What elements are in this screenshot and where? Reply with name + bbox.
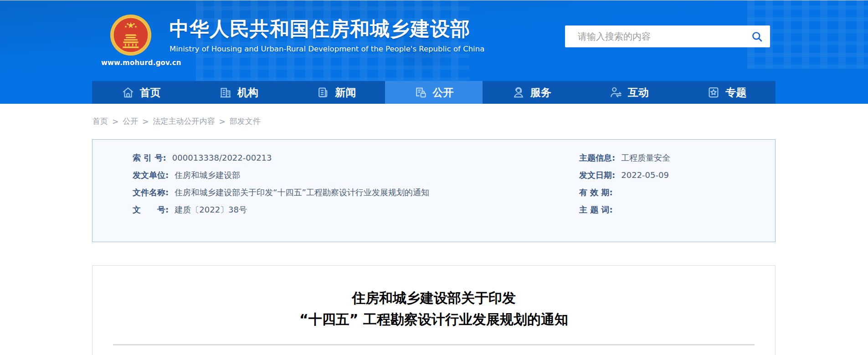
meta-label: 文 号: [133,205,169,214]
meta-label: 主题信息: [579,153,615,162]
breadcrumb-item-disclosure[interactable]: 公开 [123,116,138,127]
article-title-line1: 住房和城乡建设部关于印发 [92,287,775,309]
search-input[interactable] [565,25,744,47]
nav-item-label: 互动 [628,86,649,100]
site-logo[interactable]: www.mohurd.gov.cn [101,14,160,67]
meta-value: 000013338/2022-00213 [172,153,272,162]
site-url: www.mohurd.gov.cn [101,59,160,67]
nav-item-news[interactable]: 新闻 [288,81,385,104]
meta-label: 主 题 词: [579,205,613,214]
nav-item-interaction[interactable]: 互动 [580,81,678,104]
article-title-line2: “十四五” 工程勘察设计行业发展规划的通知 [92,309,775,330]
nav-item-home[interactable]: 首页 [92,81,190,104]
meta-column-right: 主题信息: 工程质量安全 发文日期: 2022-05-09 有 效 期: 主 题… [579,152,770,222]
breadcrumb-item-ministry-documents[interactable]: 部发文件 [230,116,261,127]
meta-value: 住房和城乡建设部关于印发“十四五”工程勘察设计行业发展规划的通知 [175,188,429,197]
nav-item-disclosure[interactable]: 公开 [385,81,483,104]
nav-item-label: 公开 [432,86,453,100]
meta-row-index-number: 索 引 号: 000013338/2022-00213 [133,152,543,170]
meta-label: 索 引 号: [133,153,166,162]
organization-icon [219,86,232,99]
site-title-cn: 中华人民共和国住房和城乡建设部 [169,17,484,41]
meta-label: 发文单位: [133,170,169,180]
search-button[interactable] [744,25,770,47]
breadcrumb-item-home[interactable]: 首页 [92,116,108,127]
nav-item-topics[interactable]: 专题 [678,81,776,104]
nav-item-organization[interactable]: 机构 [190,81,287,104]
national-emblem-icon [110,14,152,56]
title-divider [113,344,755,345]
topics-icon [707,86,720,99]
site-title-en: Ministry of Housing and Urban-Rural Deve… [169,45,484,54]
breadcrumb-item-statutory-disclosure[interactable]: 法定主动公开内容 [153,116,215,127]
nav-item-service[interactable]: 服务 [483,81,580,104]
article-title: 住房和城乡建设部关于印发 “十四五” 工程勘察设计行业发展规划的通知 [92,287,775,330]
breadcrumb: 首页 > 公开 > 法定主动公开内容 > 部发文件 [92,116,261,127]
meta-column-left: 索 引 号: 000013338/2022-00213 发文单位: 住房和城乡建… [133,152,543,222]
meta-row-validity-period: 有 效 期: [579,187,770,204]
meta-row-document-number: 文 号: 建质〔2022〕38号 [133,204,543,222]
nav-item-label: 首页 [140,86,161,100]
disclosure-icon [414,86,427,99]
meta-label: 发文日期: [579,170,615,180]
meta-label: 文件名称: [133,188,169,197]
meta-row-document-title: 文件名称: 住房和城乡建设部关于印发“十四五”工程勘察设计行业发展规划的通知 [133,187,543,204]
service-icon [512,86,525,99]
meta-row-subject-info: 主题信息: 工程质量安全 [579,152,770,170]
news-icon [316,86,330,99]
breadcrumb-separator: > [219,117,226,126]
nav-item-label: 机构 [237,86,258,100]
site-title-block: 中华人民共和国住房和城乡建设部 Ministry of Housing and … [169,17,484,54]
nav-item-label: 专题 [725,86,746,100]
meta-value: 建质〔2022〕38号 [175,205,247,214]
breadcrumb-separator: > [112,117,118,126]
meta-value: 2022-05-09 [621,170,669,180]
breadcrumb-separator: > [142,117,149,126]
meta-value: 工程质量安全 [621,153,670,162]
meta-row-issuing-unit: 发文单位: 住房和城乡建设部 [133,170,543,187]
nav-item-label: 服务 [530,86,551,100]
meta-row-issue-date: 发文日期: 2022-05-09 [579,170,770,187]
main-nav: 首页 机构 新闻 [92,81,776,104]
document-meta-panel: 索 引 号: 000013338/2022-00213 发文单位: 住房和城乡建… [92,139,776,242]
home-icon [121,86,135,99]
article-panel: 住房和城乡建设部关于印发 “十四五” 工程勘察设计行业发展规划的通知 [92,265,776,355]
interaction-icon [609,86,623,99]
meta-row-keywords: 主 题 词: [579,204,770,222]
search-box [565,25,770,47]
nav-item-label: 新闻 [335,86,356,100]
meta-label: 有 效 期: [579,188,613,197]
search-icon [751,30,763,43]
meta-value: 住房和城乡建设部 [175,170,240,180]
